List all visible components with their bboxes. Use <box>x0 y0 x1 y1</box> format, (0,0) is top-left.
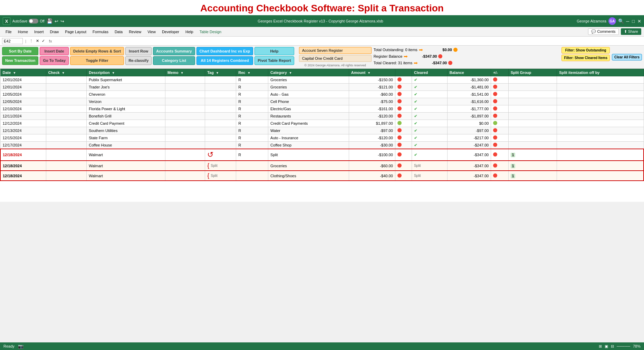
comments-button[interactable]: 💬 Comments <box>588 28 618 35</box>
table-header-row: Date ▼ Check ▼ Description ▼ Memo ▼ Tag … <box>0 69 644 76</box>
date-cell: 12/18/2024 <box>0 161 46 171</box>
split-group-cell: 1 <box>508 161 557 171</box>
split-off-cell <box>557 149 644 161</box>
menu-data[interactable]: Data <box>112 28 125 35</box>
all-14-registers-button[interactable]: All 14 Registers Combined <box>196 56 253 65</box>
menu-page-layout[interactable]: Page Layout <box>62 28 89 35</box>
autosave-toggle[interactable] <box>29 19 38 23</box>
amount-cell: -$120.00 <box>349 113 395 120</box>
sort-by-date-button[interactable]: Sort By Date <box>2 47 38 55</box>
undo-icon[interactable]: ↩ <box>55 19 58 24</box>
header-tag[interactable]: Tag ▼ <box>205 69 236 76</box>
total-cleared-label: Total Cleared: 31 items <box>374 61 413 65</box>
header-description[interactable]: Description ▼ <box>87 69 165 76</box>
formula-input[interactable] <box>55 39 642 43</box>
menu-developer[interactable]: Developer <box>159 28 182 35</box>
header-memo[interactable]: Memo ▼ <box>165 69 205 76</box>
amount-cell: -$121.00 <box>349 84 395 91</box>
maximize-icon[interactable]: □ <box>632 19 635 24</box>
header-amount[interactable]: Amount ▼ <box>349 69 395 76</box>
close-icon[interactable]: ✕ <box>637 19 641 24</box>
date-cell: 12/10/2024 <box>0 105 46 113</box>
date-cell: 12/05/2024 <box>0 91 46 98</box>
tag-cell <box>205 105 236 113</box>
filter-outstanding-button[interactable]: Filter: Show Outstanding <box>561 47 610 54</box>
insert-row-button[interactable]: Insert Row <box>125 47 152 55</box>
amount-dot-cell <box>395 171 412 181</box>
cell-reference[interactable] <box>2 38 23 44</box>
capital-one-register[interactable]: Capital One Credit Card <box>299 55 372 62</box>
menu-insert[interactable]: Insert <box>31 28 47 35</box>
spreadsheet: Date ▼ Check ▼ Description ▼ Memo ▼ Tag … <box>0 69 644 181</box>
tag-cell: { Split <box>205 161 236 171</box>
amount-cell: -$60.00 <box>349 161 395 171</box>
share-button[interactable]: ⬆ Share <box>621 28 641 35</box>
check-cell <box>46 84 87 91</box>
menu-table-design[interactable]: Table Design <box>197 28 224 35</box>
menu-home[interactable]: Home <box>15 28 31 35</box>
help-button[interactable]: Help <box>254 47 294 55</box>
category-cell: Groceries <box>268 84 349 91</box>
amount-dot-cell <box>395 142 412 149</box>
dot-cleared <box>448 61 452 65</box>
toggle-filter-button[interactable]: Toggle Filter <box>70 56 124 65</box>
register-balance-row: Register Balance ➡ -$347.00 <box>374 54 560 59</box>
check-cell <box>46 91 87 98</box>
check-cell <box>46 161 87 171</box>
minimize-icon[interactable]: ─ <box>626 19 629 24</box>
menu-file[interactable]: File <box>3 28 15 35</box>
header-split-off: Split itemization off by <box>557 69 644 76</box>
rec-cell: R <box>236 113 268 120</box>
user-avatar[interactable]: GA <box>608 17 616 25</box>
header-category[interactable]: Category ▼ <box>268 69 349 76</box>
date-cell: 12/18/2024 <box>0 171 46 181</box>
amount-dot-cell <box>395 98 412 105</box>
menu-review[interactable]: Review <box>126 28 144 35</box>
header-date[interactable]: Date ▼ <box>0 69 46 76</box>
header-rec[interactable]: Rec ▼ <box>236 69 268 76</box>
amount-cell: -$40.00 <box>349 171 395 181</box>
new-transaction-button[interactable]: New Transaction <box>2 56 38 65</box>
tag-cell <box>205 134 236 142</box>
go-to-today-button[interactable]: Go To Today <box>40 56 69 65</box>
category-list-button[interactable]: Category List <box>153 56 195 65</box>
account-seven-register[interactable]: Account Seven Register <box>299 47 372 54</box>
menu-draw[interactable]: Draw <box>47 28 62 35</box>
reclassify-button[interactable]: Re-classify <box>125 56 152 65</box>
filter-cleared-button[interactable]: Filter: Show Cleared Items <box>561 55 610 61</box>
menu-help[interactable]: Help <box>183 28 196 35</box>
delete-empty-button[interactable]: Delete Empty Rows & Sort <box>70 47 124 55</box>
redo-icon[interactable]: ↪ <box>60 19 64 24</box>
header-amount-dot <box>395 69 412 76</box>
accounts-summary-button[interactable]: Accounts Summary <box>153 47 195 55</box>
rec-cell <box>236 161 268 171</box>
split-off-cell <box>557 113 644 120</box>
split-group-cell <box>508 98 557 105</box>
insert-date-button[interactable]: Insert Date <box>40 47 69 55</box>
memo-cell <box>165 76 205 84</box>
window-controls[interactable]: ─ □ ✕ <box>626 19 641 24</box>
search-icon[interactable]: 🔍 <box>618 18 624 24</box>
menu-view[interactable]: View <box>145 28 158 35</box>
description-cell: Bonefish Grill <box>87 113 165 120</box>
chart-dashboard-button[interactable]: Chart Dashboard Inc vs Exp <box>196 47 253 55</box>
memo-cell <box>165 91 205 98</box>
date-cell: 12/13/2024 <box>0 127 46 134</box>
category-cell: Auto - Insurance <box>268 134 349 142</box>
save-icon[interactable]: 💾 <box>47 18 52 24</box>
description-cell: Florida Power & Light <box>87 105 165 113</box>
header-cleared[interactable]: Cleared <box>412 69 447 76</box>
tag-cell <box>205 113 236 120</box>
header-balance[interactable]: Balance <box>447 69 491 76</box>
rec-cell: R <box>236 127 268 134</box>
header-check[interactable]: Check ▼ <box>46 69 87 76</box>
rec-cell: R <box>236 120 268 127</box>
clear-all-filters-button[interactable]: Clear All Filters <box>612 54 642 60</box>
memo-cell <box>165 149 205 161</box>
date-cell: 12/17/2024 <box>0 142 46 149</box>
balance-dot-cell <box>491 113 508 120</box>
pivot-table-button[interactable]: Pivot Table Report <box>254 56 294 65</box>
menu-formulas[interactable]: Formulas <box>90 28 111 35</box>
split-off-cell <box>557 98 644 105</box>
amount-cell: -$60.00 <box>349 91 395 98</box>
